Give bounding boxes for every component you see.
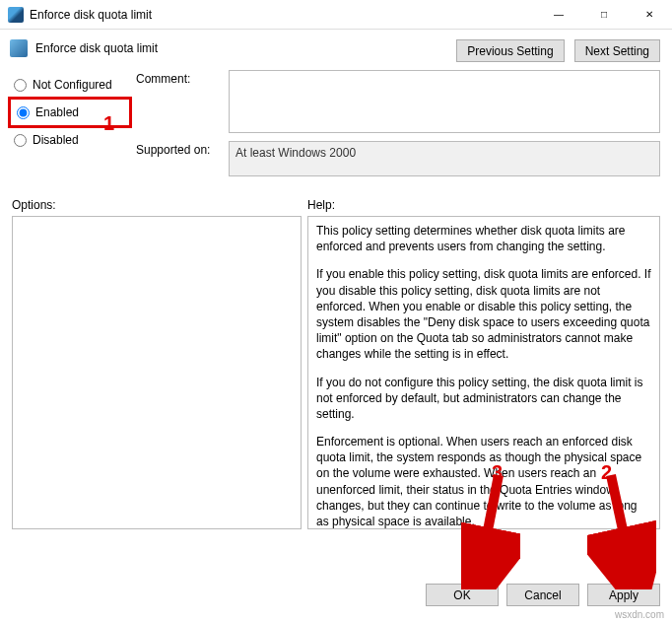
ok-button[interactable]: OK bbox=[426, 584, 499, 606]
help-label: Help: bbox=[307, 198, 660, 212]
radio-disabled-input[interactable] bbox=[14, 134, 27, 147]
apply-button[interactable]: Apply bbox=[587, 584, 660, 606]
window-title: Enforce disk quota limit bbox=[30, 8, 536, 22]
footer-buttons: OK Cancel Apply bbox=[426, 584, 660, 606]
radio-disabled[interactable]: Disabled bbox=[12, 127, 128, 153]
header-row: Enforce disk quota limit Previous Settin… bbox=[0, 30, 672, 68]
cancel-button[interactable]: Cancel bbox=[506, 584, 579, 606]
radio-enabled-label: Enabled bbox=[35, 105, 79, 119]
annotation-highlight-1: Enabled bbox=[8, 97, 132, 128]
policy-icon bbox=[8, 7, 24, 23]
minimize-button[interactable]: — bbox=[536, 0, 581, 30]
options-label: Options: bbox=[12, 198, 307, 212]
help-paragraph: If you do not configure this policy sett… bbox=[316, 375, 651, 423]
supported-on-value: At least Windows 2000 bbox=[229, 141, 660, 176]
radio-not-configured[interactable]: Not Configured bbox=[12, 72, 128, 98]
help-paragraph: If you enable this policy setting, disk … bbox=[316, 266, 651, 362]
help-paragraph: This policy setting determines whether d… bbox=[316, 223, 651, 254]
close-button[interactable]: ✕ bbox=[627, 0, 672, 30]
radio-not-configured-input[interactable] bbox=[14, 79, 27, 92]
radio-enabled[interactable]: Enabled bbox=[15, 100, 125, 125]
supported-on-label: Supported on: bbox=[136, 141, 221, 157]
next-setting-button[interactable]: Next Setting bbox=[574, 39, 660, 62]
state-radio-group: Not Configured Enabled Disabled bbox=[12, 70, 128, 153]
comment-label: Comment: bbox=[136, 70, 221, 86]
help-panel: This policy setting determines whether d… bbox=[307, 216, 660, 529]
titlebar: Enforce disk quota limit — □ ✕ bbox=[0, 0, 672, 30]
comment-field[interactable] bbox=[229, 70, 660, 133]
watermark: wsxdn.com bbox=[615, 609, 664, 620]
previous-setting-button[interactable]: Previous Setting bbox=[456, 39, 564, 62]
policy-title: Enforce disk quota limit bbox=[35, 41, 158, 55]
maximize-button[interactable]: □ bbox=[581, 0, 627, 30]
radio-disabled-label: Disabled bbox=[33, 133, 79, 147]
options-panel bbox=[12, 216, 302, 529]
help-paragraph: Enforcement is optional. When users reac… bbox=[316, 434, 651, 529]
policy-header-icon bbox=[10, 39, 28, 57]
radio-enabled-input[interactable] bbox=[17, 106, 30, 119]
radio-not-configured-label: Not Configured bbox=[33, 78, 112, 92]
config-area: Not Configured Enabled Disabled Comment:… bbox=[0, 68, 672, 180]
